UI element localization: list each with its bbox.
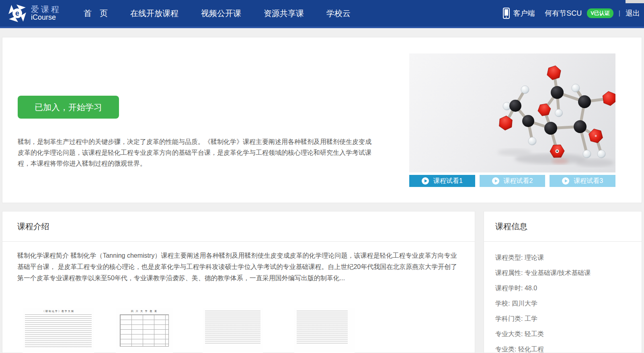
nav-item-home[interactable]: 首 页 bbox=[84, 8, 108, 19]
info-row-discipline: 学科门类工学 bbox=[495, 315, 642, 323]
play-icon bbox=[492, 177, 499, 185]
nav-item-school-cloud[interactable]: 学校云 bbox=[326, 8, 351, 19]
doc-text-lines bbox=[25, 314, 92, 348]
course-info-list: 课程类型理论课 课程属性专业基础课/技术基础课 课程学时48.0 学校四川大学 … bbox=[484, 242, 642, 353]
username[interactable]: 何有节SCU bbox=[545, 8, 582, 18]
course-intro-panel: 课程介绍 鞣制化学课程简介 鞣制化学（Tanning chemistry）课程主… bbox=[2, 211, 475, 353]
document-thumbnail-2[interactable]: 四 川 大 学 教 案 bbox=[116, 308, 173, 353]
info-row-major-category: 专业大类轻工类 bbox=[495, 330, 642, 339]
info-row-major-class: 专业类轻化工程 bbox=[495, 345, 642, 353]
document-thumbnail-1[interactable]: 《鞣制化学》教学大纲 bbox=[23, 308, 94, 353]
document-thumbnails: 《鞣制化学》教学大纲 四 川 大 学 教 案 bbox=[2, 306, 476, 353]
info-panel-title: 课程信息 bbox=[495, 221, 527, 232]
verified-badge: V已认证 bbox=[587, 8, 613, 18]
doc-title: 四 川 大 学 教 案 bbox=[118, 310, 170, 313]
intro-panel-title: 课程介绍 bbox=[17, 221, 49, 232]
icourse-logo-icon: e bbox=[7, 3, 27, 23]
top-navigation-bar: e 爱课程 iCourse 首 页 在线开放课程 视频公开课 资源共享课 学校云… bbox=[0, 0, 644, 28]
browser-scrollbar-artifact bbox=[626, 0, 644, 3]
document-thumbnail-3[interactable] bbox=[203, 308, 263, 353]
course-media-block: 课程试看1 课程试看2 课程试看3 bbox=[409, 53, 615, 187]
info-row-course-attribute: 课程属性专业基础课/技术基础课 bbox=[495, 269, 642, 277]
main-navigation: 首 页 在线开放课程 视频公开课 资源共享课 学校云 bbox=[84, 0, 351, 27]
client-label: 客户端 bbox=[513, 8, 535, 18]
logout-button[interactable]: 退出 bbox=[626, 8, 640, 18]
icourse-logo[interactable]: e 爱课程 iCourse bbox=[7, 3, 61, 23]
info-row-course-hours: 课程学时48.0 bbox=[495, 284, 642, 293]
info-row-school: 学校四川大学 bbox=[495, 300, 642, 308]
play-icon bbox=[422, 177, 429, 185]
course-summary: 鞣制，是制革生产过程中的关键步骤，决定了皮革的性能与品质。《鞣制化学》课程主要阐… bbox=[18, 136, 371, 169]
doc-text-lines bbox=[205, 311, 260, 345]
doc-text-lines bbox=[297, 311, 348, 345]
doc-title: 《鞣制化学》教学大纲 bbox=[25, 310, 92, 313]
header-divider: | bbox=[619, 10, 620, 17]
intro-body-text: 鞣制化学课程简介 鞣制化学（Tanning chemistry）课程主要阐述用各… bbox=[17, 250, 461, 284]
nav-item-video-open-class[interactable]: 视频公开课 bbox=[201, 8, 241, 19]
nav-item-resource-sharing[interactable]: 资源共享课 bbox=[264, 8, 304, 19]
nav-item-open-courses[interactable]: 在线开放课程 bbox=[130, 8, 178, 19]
info-row-course-type: 课程类型理论课 bbox=[495, 254, 642, 262]
logo-text-en: iCourse bbox=[31, 14, 61, 21]
course-hero-panel: 鞣制化学 国家级 已加入，开始学习 鞣制，是制革生产过程中的关键步骤，决定了皮革… bbox=[2, 37, 642, 203]
user-cluster: 客户端 何有节SCU V已认证 | 退出 bbox=[503, 0, 640, 27]
document-thumbnail-4[interactable] bbox=[294, 308, 355, 353]
preview-button-2[interactable]: 课程试看2 bbox=[480, 175, 546, 187]
preview-label: 课程试看3 bbox=[574, 177, 603, 185]
mobile-phone-icon bbox=[503, 8, 510, 19]
molecule-model-image bbox=[409, 53, 615, 172]
course-preview-buttons: 课程试看1 课程试看2 课程试看3 bbox=[409, 175, 615, 187]
preview-label: 课程试看2 bbox=[504, 177, 533, 185]
preview-label: 课程试看1 bbox=[433, 177, 463, 185]
join-start-learning-button[interactable]: 已加入，开始学习 bbox=[18, 96, 119, 119]
preview-button-1[interactable]: 课程试看1 bbox=[409, 175, 475, 187]
play-icon bbox=[562, 177, 569, 185]
course-info-panel: 课程信息 课程类型理论课 课程属性专业基础课/技术基础课 课程学时48.0 学校… bbox=[484, 211, 642, 353]
preview-button-3[interactable]: 课程试看3 bbox=[550, 175, 615, 187]
doc-table-grid bbox=[120, 314, 169, 347]
svg-text:e: e bbox=[15, 9, 19, 17]
client-link[interactable]: 客户端 bbox=[503, 8, 535, 19]
logo-text-cn: 爱课程 bbox=[31, 5, 61, 14]
